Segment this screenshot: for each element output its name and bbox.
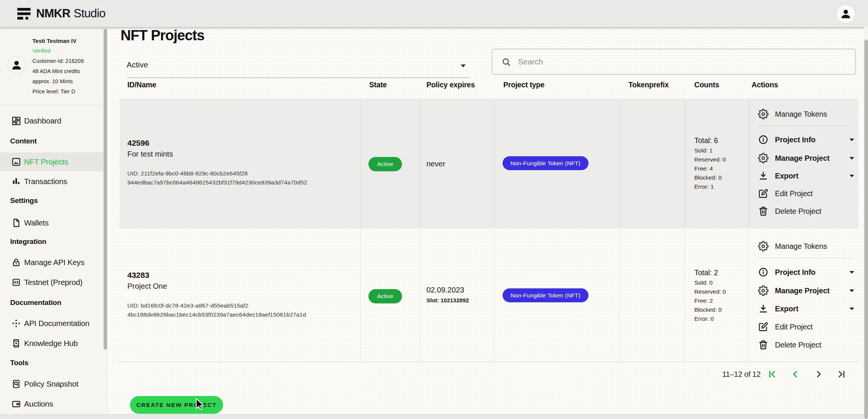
manage-project-button[interactable]: Manage Project bbox=[758, 285, 855, 296]
page-title: NFT Projects bbox=[121, 27, 204, 44]
state-filter-select[interactable]: Active bbox=[127, 56, 470, 78]
column-divider bbox=[420, 99, 420, 229]
counts-blocked: Blocked: 0 bbox=[694, 306, 721, 313]
gear-icon bbox=[758, 285, 769, 296]
sidebar-item-testnet-preprod[interactable]: Testnet (Preprod) bbox=[0, 273, 107, 292]
first-page-icon bbox=[767, 369, 777, 379]
manage-tokens-button[interactable]: Manage Tokens bbox=[758, 108, 855, 120]
counts-free: Free: 4 bbox=[694, 165, 713, 172]
sidebar-item-auctions[interactable]: Auctions bbox=[0, 395, 107, 413]
chevron-left-icon bbox=[790, 369, 801, 379]
bar-chart-icon bbox=[11, 177, 21, 186]
column-divider bbox=[360, 99, 361, 229]
brand-name-bold: NMKR bbox=[36, 7, 70, 20]
col-header-project-type: Project type bbox=[503, 81, 544, 89]
chevron-down-icon bbox=[849, 174, 854, 178]
project-name: For test mints bbox=[127, 150, 173, 158]
sidebar-section-documentation: Documentation bbox=[10, 299, 61, 307]
sidebar-section-integration: Integration bbox=[10, 238, 46, 246]
column-divider bbox=[619, 99, 619, 229]
chevron-down-icon bbox=[849, 307, 854, 311]
edit-icon bbox=[758, 321, 769, 332]
table-row: 42596 For test mints UID: 211f2efa-9bc0-… bbox=[120, 99, 859, 229]
state-badge: Active bbox=[368, 289, 402, 303]
first-page-button[interactable] bbox=[766, 368, 778, 381]
previous-page-button[interactable] bbox=[789, 368, 802, 381]
manage-project-button[interactable]: Manage Project bbox=[758, 152, 855, 164]
col-header-tokenprefix: Tokenprefix bbox=[628, 81, 669, 89]
person-icon bbox=[839, 8, 852, 20]
sidebar-item-api-documentation[interactable]: API Documentation bbox=[0, 314, 107, 333]
sidebar-scrollbar[interactable] bbox=[104, 29, 107, 349]
counts-total: Total: 2 bbox=[694, 268, 718, 277]
lock-icon bbox=[11, 257, 21, 267]
sidebar-item-transactions[interactable]: Transactions bbox=[0, 172, 107, 191]
column-divider bbox=[619, 231, 619, 361]
delete-project-button[interactable]: Delete Project bbox=[758, 206, 855, 217]
user-avatar-button[interactable] bbox=[836, 5, 855, 23]
counts-total: Total: 6 bbox=[694, 136, 718, 145]
policy-expires-value: 02.09.2023 bbox=[426, 286, 464, 294]
info-icon bbox=[758, 134, 769, 145]
search-input[interactable] bbox=[517, 57, 848, 67]
next-page-button[interactable] bbox=[812, 368, 825, 381]
sidebar-item-manage-api-keys[interactable]: Manage API Keys bbox=[0, 253, 107, 272]
project-uid-line1: UID: 211f2efa-9bc0-46b8-829c-80cb2e645f2… bbox=[127, 170, 248, 177]
sidebar-item-wallets[interactable]: Wallets bbox=[0, 213, 107, 232]
project-name: Project One bbox=[127, 282, 167, 291]
customer-id: Customer-Id: 216209 bbox=[32, 56, 84, 66]
column-divider bbox=[494, 231, 494, 361]
search-icon bbox=[501, 57, 511, 67]
info-icon bbox=[758, 267, 769, 277]
image-icon bbox=[11, 157, 21, 167]
gear-icon bbox=[758, 153, 769, 163]
download-icon bbox=[758, 303, 769, 314]
sidebar-item-nft-projects[interactable]: NFT Projects bbox=[0, 152, 107, 171]
export-button[interactable]: Export bbox=[758, 303, 855, 314]
project-id: 42596 bbox=[127, 139, 149, 148]
last-page-button[interactable] bbox=[835, 368, 848, 381]
table-row: 43283 Project One UID: bd16fc0f-dc78-42e… bbox=[120, 231, 859, 362]
edit-project-button[interactable]: Edit Project bbox=[758, 321, 855, 332]
sidebar-section-content: Content bbox=[10, 137, 37, 145]
edit-project-button[interactable]: Edit Project bbox=[758, 188, 855, 199]
brand-name-light: Studio bbox=[74, 7, 105, 20]
col-header-policy-expires: Policy expires bbox=[426, 81, 475, 89]
doc-search-icon bbox=[11, 379, 21, 389]
dashboard-grid-icon bbox=[11, 116, 21, 126]
sidebar-item-policy-snapshot[interactable]: Policy Snapshot bbox=[0, 375, 107, 393]
last-page-icon bbox=[836, 369, 847, 379]
page-scrollbar[interactable] bbox=[864, 40, 868, 419]
col-header-id-name: ID/Name bbox=[127, 81, 156, 89]
viewport-bottom-strip bbox=[0, 414, 868, 419]
nmkr-studio-app: NMKRStudio Testi Testman IV Verified Cus… bbox=[0, 0, 868, 419]
manage-tokens-button[interactable]: Manage Tokens bbox=[758, 241, 855, 252]
column-divider bbox=[685, 231, 685, 361]
download-icon bbox=[758, 171, 769, 181]
counts-reserved: Reserved: 0 bbox=[694, 156, 726, 163]
counts-reserved: Reserved: 0 bbox=[694, 288, 726, 295]
delete-project-button[interactable]: Delete Project bbox=[758, 339, 855, 350]
project-info-button[interactable]: Project Info bbox=[758, 134, 855, 145]
export-button[interactable]: Export bbox=[758, 170, 855, 181]
create-new-project-button[interactable]: CREATE NEW PROJECT bbox=[130, 396, 223, 414]
sidebar-item-knowledge-hub[interactable]: Knowledge Hub bbox=[0, 334, 107, 353]
policy-slot: Slot: 102132892 bbox=[426, 297, 469, 303]
trash-icon bbox=[758, 340, 769, 350]
chevron-down-icon bbox=[849, 271, 854, 274]
sidebar-user-avatar bbox=[8, 56, 26, 74]
column-divider bbox=[420, 231, 420, 361]
brand-logo: NMKRStudio bbox=[17, 7, 105, 20]
col-header-state: State bbox=[369, 81, 387, 89]
project-info-button[interactable]: Project Info bbox=[758, 267, 855, 278]
pagination-range-label: 11–12 of 12 bbox=[722, 370, 761, 379]
chevron-down-icon bbox=[849, 157, 854, 160]
sidebar-item-dashboard[interactable]: Dashboard bbox=[0, 111, 107, 130]
counts-error: Error: 0 bbox=[694, 315, 714, 322]
counts-sold: Sold: 0 bbox=[694, 279, 712, 286]
project-uid-line1: UID: bd16fc0f-dc78-42e3-a867-d55eab515af… bbox=[127, 302, 248, 309]
column-divider bbox=[749, 99, 749, 229]
policy-expires-value: never bbox=[426, 160, 445, 168]
column-divider bbox=[749, 231, 749, 361]
actions-divider bbox=[758, 126, 852, 126]
